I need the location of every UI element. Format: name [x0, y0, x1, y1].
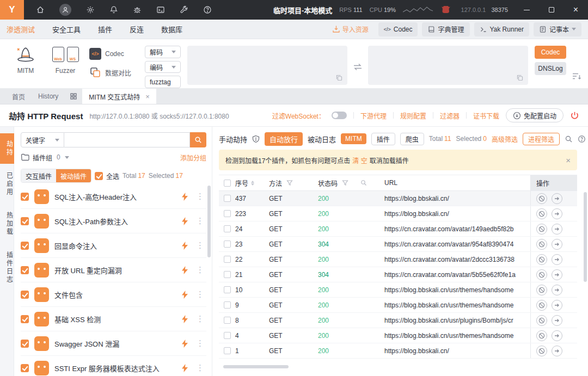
- forward-button[interactable]: [552, 300, 562, 311]
- filter-funnel-icon[interactable]: [342, 180, 348, 186]
- search-button[interactable]: [190, 132, 206, 147]
- yak-engine-icon[interactable]: [440, 5, 451, 15]
- execute-lightning-icon[interactable]: [181, 266, 188, 274]
- codec-run-button[interactable]: Codec: [535, 46, 566, 59]
- discard-button[interactable]: [536, 208, 547, 219]
- bug-report-icon[interactable]: [133, 5, 142, 14]
- notepad-button[interactable]: 记事本: [534, 22, 581, 36]
- mitm-badge[interactable]: MITM: [341, 133, 366, 144]
- more-options-icon[interactable]: ⋮: [194, 192, 206, 201]
- plugin-list-item[interactable]: 基础 XSS 检测 ⋮: [21, 307, 206, 331]
- request-row[interactable]: 437 GET 200 https://blog.bbskali.cn/: [219, 191, 577, 206]
- fuzztag-button[interactable]: fuzztag: [145, 76, 181, 88]
- sort-collapse-icon[interactable]: [572, 72, 581, 88]
- help-icon[interactable]: [203, 5, 212, 14]
- row-checkbox[interactable]: [224, 301, 231, 309]
- plugin-list-item[interactable]: SQL注入-Path参数注入 ⋮: [21, 209, 206, 233]
- table-vertical-scrollbar[interactable]: [584, 192, 587, 282]
- dict-manager-button[interactable]: 字典管理: [422, 22, 469, 36]
- request-row[interactable]: 9 GET 200 https://blog.bbskali.cn/usr/th…: [219, 298, 577, 313]
- request-row[interactable]: 4 GET 200 https://blog.bbskali.cn/usr/th…: [219, 328, 577, 343]
- plugin-checkbox[interactable]: [21, 193, 29, 201]
- forward-button[interactable]: [552, 269, 562, 280]
- plugin-list-item[interactable]: SSTI Expr 服务器模板表达式注入 ⋮: [21, 356, 206, 376]
- tab-passive-log[interactable]: 被动日志: [308, 134, 336, 144]
- request-row[interactable]: 23 GET 304 https://cn.cravatar.com/avata…: [219, 237, 577, 252]
- mitm-tool[interactable]: MITM: [10, 44, 41, 88]
- execute-lightning-icon[interactable]: [181, 217, 188, 225]
- tab-auto-forward[interactable]: 自动放行: [265, 132, 303, 146]
- plugin-list-item[interactable]: 回显命令注入 ⋮: [21, 233, 206, 258]
- more-options-icon[interactable]: ⋮: [194, 241, 206, 250]
- request-row[interactable]: 10 GET 200 https://blog.bbskali.cn/usr/t…: [219, 282, 577, 298]
- sort-icon[interactable]: [251, 181, 254, 186]
- crawler-chip[interactable]: 爬虫: [400, 133, 424, 145]
- tab-history[interactable]: History: [32, 89, 65, 104]
- forward-button[interactable]: [552, 208, 562, 219]
- row-checkbox[interactable]: [224, 210, 231, 217]
- menu-item-reverse[interactable]: 反连: [130, 24, 144, 34]
- forward-button[interactable]: [552, 193, 562, 204]
- forward-button[interactable]: [552, 254, 562, 265]
- import-resource-link[interactable]: 导入资源: [332, 24, 369, 34]
- vtab-hijack[interactable]: 劫持: [0, 133, 14, 164]
- vtab-plugin-log[interactable]: 插件日志: [0, 244, 14, 291]
- row-checkbox[interactable]: [224, 195, 231, 202]
- decode-dropdown[interactable]: 解码: [145, 46, 181, 58]
- forward-button[interactable]: [552, 224, 562, 235]
- chevron-down-icon[interactable]: [65, 156, 69, 159]
- more-options-icon[interactable]: ⋮: [194, 289, 206, 299]
- codec-input-area[interactable]: [187, 46, 347, 85]
- terminal-icon[interactable]: [156, 5, 165, 14]
- more-options-icon[interactable]: ⋮: [194, 363, 206, 373]
- swap-icon[interactable]: [353, 63, 363, 71]
- request-row[interactable]: 22 GET 200 https://cn.cravatar.com/avata…: [219, 252, 577, 267]
- discard-button[interactable]: [536, 254, 547, 265]
- close-tab-icon[interactable]: ×: [145, 93, 150, 101]
- execute-lightning-icon[interactable]: [181, 242, 188, 250]
- header-checkbox[interactable]: [224, 180, 231, 187]
- tools-wrench-icon[interactable]: [180, 5, 188, 14]
- question-circle-icon[interactable]: [578, 135, 586, 143]
- filter-funnel-icon[interactable]: [286, 180, 293, 186]
- discard-button[interactable]: [536, 224, 547, 235]
- plugin-list-item[interactable]: 文件包含 ⋮: [21, 282, 206, 307]
- minimize-button[interactable]: [514, 0, 539, 20]
- forward-button[interactable]: [552, 315, 562, 326]
- plugin-list-item[interactable]: Swagger JSON 泄漏 ⋮: [21, 331, 206, 356]
- banner-close-icon[interactable]: ×: [566, 156, 571, 164]
- codec-output-area[interactable]: [368, 46, 528, 85]
- plugin-checkbox[interactable]: [21, 266, 29, 274]
- more-options-icon[interactable]: ⋮: [194, 314, 206, 324]
- discard-button[interactable]: [536, 239, 547, 250]
- data-compare-tool[interactable]: 数据对比: [89, 66, 138, 78]
- process-filter-button[interactable]: 进程筛选: [523, 133, 560, 145]
- menu-item-sectools[interactable]: 安全工具: [52, 24, 81, 34]
- close-button[interactable]: ×: [564, 0, 588, 20]
- row-checkbox[interactable]: [224, 256, 231, 263]
- maximize-button[interactable]: [539, 0, 564, 20]
- row-checkbox[interactable]: [224, 286, 231, 293]
- execute-lightning-icon[interactable]: [181, 364, 188, 372]
- plugin-group-label[interactable]: 插件组: [33, 153, 52, 162]
- menu-item-database[interactable]: 数据库: [161, 24, 182, 34]
- plugin-list-item[interactable]: 开放 URL 重定向漏洞 ⋮: [21, 258, 206, 282]
- request-row[interactable]: 24 GET 200 https://cn.cravatar.com/avata…: [219, 221, 577, 237]
- execute-lightning-icon[interactable]: [181, 291, 188, 299]
- discard-button[interactable]: [536, 330, 547, 341]
- copy-icon[interactable]: [335, 74, 343, 82]
- tab-interactive-plugins[interactable]: 交互插件: [21, 169, 56, 182]
- discard-button[interactable]: [536, 285, 547, 295]
- plugin-checkbox[interactable]: [21, 340, 29, 348]
- yakit-logo[interactable]: Y: [0, 0, 24, 20]
- tab-passive-plugins[interactable]: 被动插件: [56, 169, 91, 182]
- plugin-checkbox[interactable]: [21, 242, 29, 250]
- notifications-bell-icon[interactable]: [109, 5, 118, 14]
- more-options-icon[interactable]: ⋮: [194, 265, 206, 275]
- request-row[interactable]: 1 GET 200 https://blog.bbskali.cn/: [219, 343, 577, 359]
- menu-item-pentest[interactable]: 渗透测试: [7, 24, 35, 34]
- tab-grid-icon[interactable]: [65, 89, 82, 104]
- quickstart-button[interactable]: 免配置启动: [506, 108, 564, 122]
- request-row[interactable]: 223 GET 200 https://blog.bbskali.cn/: [219, 206, 577, 221]
- home-icon[interactable]: [36, 5, 45, 14]
